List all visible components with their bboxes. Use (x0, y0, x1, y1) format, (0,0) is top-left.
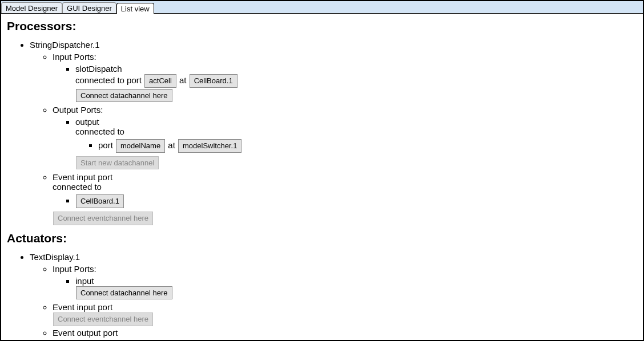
start-new-datachannel-button[interactable]: Start new datachannel (76, 156, 159, 170)
connected-to-label: connected to (75, 127, 124, 136)
connected-to-port-label: connected to port (75, 75, 142, 85)
connected-component-button[interactable]: modelSwitcher.1 (178, 139, 242, 153)
connected-port-button[interactable]: modelName (116, 139, 165, 153)
input-ports-label: Input Ports: (53, 52, 96, 62)
connect-eventchannel-button[interactable]: Connect eventchannel here (53, 212, 153, 225)
connected-component-button[interactable]: CellBoard.1 (190, 74, 238, 88)
tab-model-designer[interactable]: Model Designer (1, 2, 62, 13)
connected-port-button[interactable]: actCell (144, 74, 176, 88)
tab-gui-designer[interactable]: GUI Designer (62, 2, 116, 13)
input-port-name: slotDispatch (75, 64, 122, 74)
processor-name: StringDispatcher.1 (30, 40, 100, 50)
app-window: Model Designer GUI Designer List view Pr… (0, 0, 644, 341)
output-port-name: output (75, 117, 99, 127)
event-connected-component-button[interactable]: CellBoard.1 (76, 194, 124, 208)
event-input-port-label: Event input port (53, 302, 112, 312)
event-output-port-label: Event output port (53, 328, 118, 338)
at-label: at (168, 140, 175, 150)
input-port-name: input (75, 276, 94, 286)
connect-datachannel-button[interactable]: Connect datachannel here (76, 286, 172, 300)
port-label: port (98, 140, 113, 150)
connected-to-label: connected to (53, 182, 102, 192)
connect-eventchannel-button[interactable]: Connect eventchannel here (53, 312, 153, 326)
at-label: at (179, 75, 187, 85)
list-view-content[interactable]: Processors: StringDispatcher.1 Input Por… (1, 14, 643, 340)
heading-actuators: Actuators: (7, 232, 637, 245)
input-ports-label: Input Ports: (53, 264, 96, 274)
event-input-port-label: Event input port (53, 172, 112, 182)
tab-bar: Model Designer GUI Designer List view (1, 1, 643, 14)
heading-processors: Processors: (7, 19, 637, 33)
tab-list-view[interactable]: List view (116, 3, 154, 14)
actuator-name: TextDisplay.1 (30, 252, 80, 262)
connect-datachannel-button[interactable]: Connect datachannel here (76, 89, 172, 103)
output-ports-label: Output Ports: (53, 105, 103, 115)
